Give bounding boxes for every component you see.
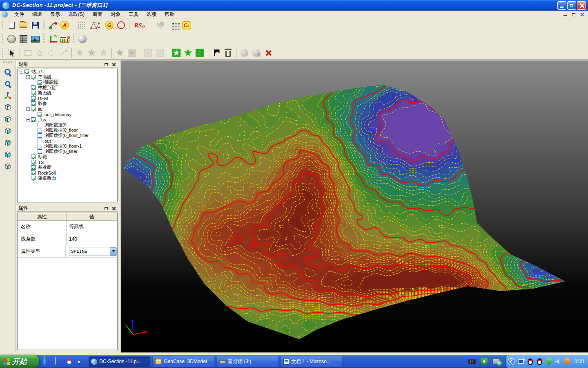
menu-section[interactable]: 断面 — [89, 10, 107, 19]
tree-item[interactable]: TS — [18, 159, 117, 165]
point-cloud-button[interactable] — [75, 19, 87, 31]
new-file-button[interactable] — [6, 19, 18, 31]
toolbar-grip[interactable] — [43, 34, 45, 44]
qq-tray-icon[interactable] — [537, 358, 542, 365]
checkbox[interactable] — [31, 85, 36, 90]
checkbox[interactable] — [31, 160, 36, 164]
checkbox[interactable] — [38, 133, 42, 138]
checkbox[interactable] — [38, 80, 42, 85]
select-polygon-button[interactable] — [34, 47, 46, 59]
checkbox[interactable] — [31, 117, 36, 122]
star-select-1-button[interactable] — [74, 47, 86, 59]
collapse-icon[interactable] — [20, 70, 23, 74]
tree-item[interactable]: 隧道断面 — [18, 175, 117, 181]
resection-button[interactable]: RSₚ — [131, 19, 148, 31]
attribute-type-dropdown[interactable]: SPLINE — [69, 247, 117, 256]
delete-x-button[interactable] — [262, 47, 274, 59]
green-star-outline-button[interactable] — [182, 47, 194, 59]
collapse-icon[interactable] — [26, 107, 30, 111]
checkbox[interactable] — [31, 96, 36, 101]
cube-right-view-button[interactable] — [2, 161, 14, 172]
panel-close-button[interactable] — [111, 206, 117, 211]
tree-item[interactable]: DEM — [18, 96, 117, 101]
checkbox[interactable] — [31, 165, 36, 170]
property-value[interactable]: 等高线 — [67, 221, 117, 233]
task-word-document[interactable]: 文档 1 - Microso... — [281, 357, 342, 367]
cube-front-view-button[interactable] — [2, 125, 14, 137]
select-cursor-button[interactable] — [6, 47, 18, 59]
tree-item-selected[interactable]: 等高线 — [18, 80, 117, 85]
menu-edit[interactable]: 编辑 — [28, 10, 46, 19]
menu-tools[interactable]: 工具 — [125, 10, 143, 19]
checkbox[interactable] — [38, 149, 42, 154]
mesh-box-1-button[interactable] — [142, 47, 154, 59]
hide-icons-chevron[interactable] — [508, 358, 514, 365]
checkbox[interactable] — [24, 70, 29, 74]
geometry-button[interactable]: G — [103, 19, 115, 31]
mdi-close-button[interactable] — [579, 11, 586, 18]
green-star-fill-button[interactable] — [170, 47, 182, 59]
tree-item[interactable]: 基准面 — [18, 165, 117, 170]
measure-button[interactable] — [59, 33, 71, 45]
zoom-button[interactable] — [2, 78, 14, 89]
save-file-button[interactable] — [29, 19, 41, 31]
panel-float-button[interactable] — [103, 206, 109, 211]
tree-item[interactable]: 点云 — [18, 117, 117, 122]
qq-messenger-icon[interactable] — [66, 357, 74, 366]
circle-fit-button[interactable] — [115, 19, 127, 31]
sphere-delete-button[interactable] — [250, 47, 262, 59]
quick-launch-overflow-icon[interactable]: » — [78, 359, 80, 365]
coordinate-axes-button[interactable]: Zy — [47, 33, 59, 45]
restore-button[interactable] — [567, 1, 576, 10]
checkbox[interactable] — [31, 155, 36, 159]
volume-icon[interactable] — [555, 359, 561, 364]
toolbar-grip[interactable] — [2, 48, 4, 58]
cube-bottom-view-button[interactable] — [2, 149, 14, 160]
toolbar-grip[interactable] — [2, 20, 4, 30]
open-file-button[interactable] — [18, 19, 29, 31]
antivirus-shield-icon[interactable] — [546, 358, 552, 365]
checkbox[interactable] — [38, 128, 42, 132]
tree-item[interactable]: 浏阳数据(0_floor_filter — [18, 133, 117, 138]
checkbox[interactable] — [31, 176, 36, 180]
flag-tool-button[interactable] — [210, 47, 222, 59]
annotation-button[interactable]: A — [59, 19, 71, 31]
menu-select[interactable]: 选取(S) — [64, 10, 89, 19]
tree-item[interactable]: 等高线 — [18, 74, 117, 80]
dropdown-button[interactable] — [110, 247, 117, 256]
dock-grip[interactable] — [3, 61, 13, 63]
tree-item[interactable]: 浏阳数据(0_filter — [18, 149, 117, 154]
collapse-icon[interactable] — [26, 75, 30, 79]
checkbox[interactable] — [38, 144, 42, 148]
checkbox[interactable] — [31, 171, 36, 175]
zoom-all-button[interactable] — [2, 66, 14, 77]
toolbar-grip[interactable] — [2, 34, 4, 44]
tree-item[interactable]: out_delaunay — [18, 112, 117, 117]
cube-left-view-button[interactable] — [2, 113, 14, 125]
network-icon[interactable] — [518, 359, 524, 364]
vector-edit-button[interactable] — [47, 19, 59, 31]
color-matrix-button[interactable] — [169, 19, 180, 31]
property-value[interactable]: 140 — [67, 233, 117, 245]
ie-browser-icon[interactable] — [43, 357, 51, 366]
scatter-tool-button[interactable] — [152, 19, 169, 31]
task-geocase-folder[interactable]: GeoCase_3DModel — [153, 357, 214, 367]
delete-tool-button[interactable] — [222, 47, 234, 59]
star-boxed-button[interactable] — [126, 47, 138, 59]
tree-item[interactable]: RockSoil — [18, 170, 117, 175]
toolbar-grip[interactable] — [43, 20, 45, 30]
checkbox[interactable] — [38, 123, 42, 127]
media-app-icon[interactable] — [55, 357, 63, 366]
c2-transform-button[interactable]: C₂ — [180, 19, 192, 31]
mdi-restore-button[interactable] — [570, 11, 577, 18]
mesh-box-2-button[interactable] — [154, 47, 166, 59]
render-ball-button[interactable] — [76, 33, 88, 45]
select-line-button[interactable] — [58, 47, 69, 59]
minimize-button[interactable] — [557, 1, 566, 10]
task-dc-section[interactable]: DC-Section -11.p... — [89, 357, 150, 367]
menu-view[interactable]: 显示 — [46, 10, 64, 19]
tree-item[interactable]: 面 — [18, 106, 117, 112]
green-star-mesh-button[interactable] — [194, 47, 206, 59]
menu-options[interactable]: 选项 — [143, 10, 160, 19]
collapse-icon[interactable] — [26, 118, 30, 121]
